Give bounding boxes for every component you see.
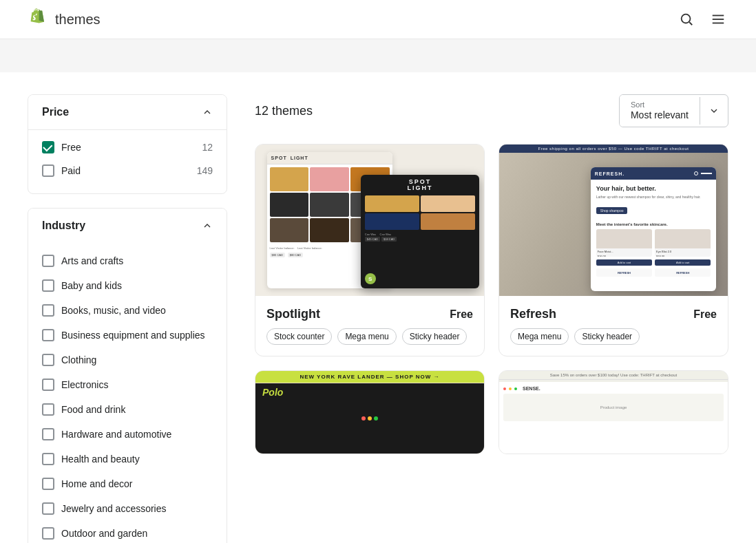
svg-line-1 [689, 22, 692, 25]
industry-checkbox-food[interactable] [42, 403, 54, 416]
sidebar: Price Free 12 Paid [28, 94, 227, 543]
content-area: 12 themes Sort Most relevant [255, 94, 728, 543]
hamburger-icon [711, 12, 726, 27]
spotlight-tags: Stock counter Mega menu Sticky header [266, 328, 473, 345]
theme-card-sense[interactable]: Save 15% on orders over $100 today! Use … [498, 370, 728, 454]
refresh-title: Refresh [510, 307, 556, 321]
spotlight-tag-mega: Mega menu [337, 328, 396, 345]
logo[interactable]: themes [28, 8, 101, 30]
industry-item-electronics[interactable]: Electronics [42, 372, 213, 397]
industry-checkbox-baby[interactable] [42, 279, 54, 292]
price-filter-header[interactable]: Price [28, 95, 227, 129]
industry-item-food[interactable]: Food and drink [42, 397, 213, 422]
filter-label-free: Free [61, 142, 81, 153]
sort-label-section: Sort Most relevant [620, 95, 700, 127]
industry-checkbox-electronics[interactable] [42, 379, 54, 391]
industry-label-hardware: Hardware and automotive [61, 429, 171, 440]
filter-item-paid[interactable]: Paid 149 [42, 159, 213, 182]
filter-count-paid: 149 [197, 165, 213, 176]
refresh-tag-mega: Mega menu [510, 328, 569, 345]
header-actions [676, 9, 728, 30]
industry-list: Arts and crafts Baby and kids Books, mus… [28, 243, 227, 543]
industry-filter-header[interactable]: Industry [28, 209, 227, 243]
industry-item-baby[interactable]: Baby and kids [42, 273, 213, 298]
theme-card-refresh[interactable]: Free shipping on all orders over $50 — U… [498, 144, 728, 356]
industry-checkbox-business[interactable] [42, 329, 54, 341]
sort-dropdown[interactable]: Sort Most relevant [619, 94, 728, 127]
refresh-price: Free [693, 308, 717, 321]
palo-card-image: NEW YORK RAVE LANDER — SHOP NOW → Polo [255, 371, 484, 454]
filter-checkbox-free[interactable] [42, 141, 54, 153]
spotlight-title: Spotlight [266, 307, 320, 321]
refresh-title-row: Refresh Free [510, 307, 717, 321]
industry-label-clothing: Clothing [61, 354, 96, 365]
refresh-mockup: Free shipping on all orders over $50 — U… [499, 145, 728, 296]
industry-checkbox-arts[interactable] [42, 255, 54, 267]
industry-checkbox-health[interactable] [42, 453, 54, 465]
sub-banner [0, 39, 756, 72]
industry-item-books[interactable]: Books, music, and video [42, 298, 213, 323]
spotlight-overlay-card: SPOT LIGHT Can Was Can Was [361, 175, 480, 288]
industry-item-health[interactable]: Health and beauty [42, 447, 213, 471]
filter-item-free[interactable]: Free 12 [42, 136, 213, 159]
industry-item-home[interactable]: Home and decor [42, 471, 213, 496]
industry-label-food: Food and drink [61, 404, 125, 415]
sort-chevron-down-icon [708, 105, 720, 116]
filter-label-paid: Paid [61, 165, 81, 176]
industry-label-outdoor: Outdoor and garden [61, 528, 147, 539]
industry-item-hardware[interactable]: Hardware and automotive [42, 422, 213, 447]
industry-checkbox-outdoor[interactable] [42, 527, 54, 540]
theme-card-spotlight[interactable]: SPOT LIGHT [255, 144, 485, 356]
industry-filter-label: Industry [42, 220, 85, 232]
content-header: 12 themes Sort Most relevant [255, 94, 728, 127]
spotlight-tag-stock: Stock counter [266, 328, 332, 345]
price-chevron-up-icon [202, 107, 213, 118]
refresh-tag-sticky: Sticky header [574, 328, 640, 345]
industry-filter-section: Industry Arts and crafts Baby and kids B… [28, 208, 227, 543]
industry-label-business: Business equipment and supplies [61, 330, 205, 341]
sense-card-image: Save 15% on orders over $100 today! Use … [499, 371, 728, 454]
industry-item-outdoor[interactable]: Outdoor and garden [42, 521, 213, 543]
industry-checkbox-jewelry[interactable] [42, 502, 54, 515]
refresh-card-image: Free shipping on all orders over $50 — U… [499, 145, 728, 296]
themes-grid: SPOT LIGHT [255, 144, 728, 454]
sort-chevron[interactable] [700, 100, 728, 122]
industry-label-home: Home and decor [61, 478, 133, 489]
price-filter-section: Price Free 12 Paid [28, 94, 227, 194]
sort-label: Sort [631, 100, 689, 109]
price-filter-content: Free 12 Paid 149 [28, 129, 227, 193]
industry-label-baby: Baby and kids [61, 280, 122, 291]
spotlight-tag-sticky: Sticky header [402, 328, 468, 345]
spotlight-title-row: Spotlight Free [266, 307, 473, 321]
price-filter-label: Price [42, 106, 69, 118]
site-header: themes [0, 0, 756, 39]
spotlight-price: Free [450, 308, 473, 321]
theme-card-palo[interactable]: NEW YORK RAVE LANDER — SHOP NOW → Polo [255, 370, 485, 454]
spotlight-card-image: SPOT LIGHT [255, 145, 484, 296]
shopify-logo-icon [28, 8, 50, 30]
refresh-tags: Mega menu Sticky header [510, 328, 717, 345]
industry-item-arts[interactable]: Arts and crafts [42, 248, 213, 273]
industry-checkbox-home[interactable] [42, 478, 54, 490]
themes-count: 12 themes [255, 104, 313, 118]
menu-button[interactable] [708, 9, 728, 30]
filter-count-free: 12 [202, 142, 213, 153]
refresh-card-info: Refresh Free Mega menu Sticky header [499, 296, 728, 356]
industry-label-electronics: Electronics [61, 379, 108, 390]
industry-checkbox-books[interactable] [42, 304, 54, 317]
search-button[interactable] [676, 9, 697, 30]
industry-label-health: Health and beauty [61, 454, 140, 465]
industry-label-books: Books, music, and video [61, 305, 166, 316]
spotlight-mockup: SPOT LIGHT [255, 145, 484, 296]
industry-checkbox-clothing[interactable] [42, 354, 54, 366]
search-icon [679, 12, 694, 27]
filter-checkbox-paid[interactable] [42, 164, 54, 177]
industry-item-clothing[interactable]: Clothing [42, 348, 213, 372]
industry-item-business[interactable]: Business equipment and supplies [42, 323, 213, 348]
industry-item-jewelry[interactable]: Jewelry and accessories [42, 496, 213, 521]
refresh-overlay-card: REFRESH. Your hair, but better. Lather u… [591, 167, 717, 291]
filter-item-paid-left: Paid [42, 164, 81, 177]
industry-checkbox-hardware[interactable] [42, 428, 54, 440]
svg-point-0 [682, 14, 691, 23]
filter-item-free-left: Free [42, 141, 81, 153]
